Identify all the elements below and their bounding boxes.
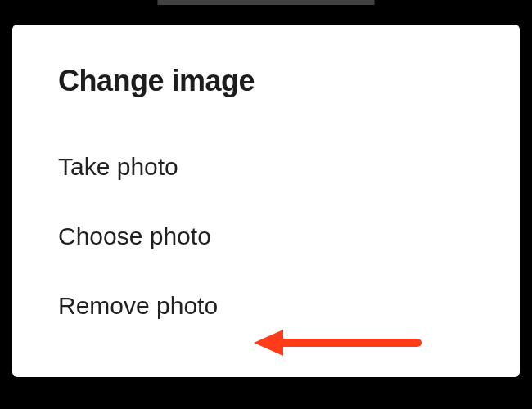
change-image-dialog: Change image Take photo Choose photo Rem… [12,25,520,377]
dialog-title: Change image [58,64,479,98]
option-take-photo[interactable]: Take photo [58,134,479,199]
option-choose-photo[interactable]: Choose photo [58,204,479,268]
option-remove-photo[interactable]: Remove photo [58,273,479,338]
handle-bar [158,0,375,5]
